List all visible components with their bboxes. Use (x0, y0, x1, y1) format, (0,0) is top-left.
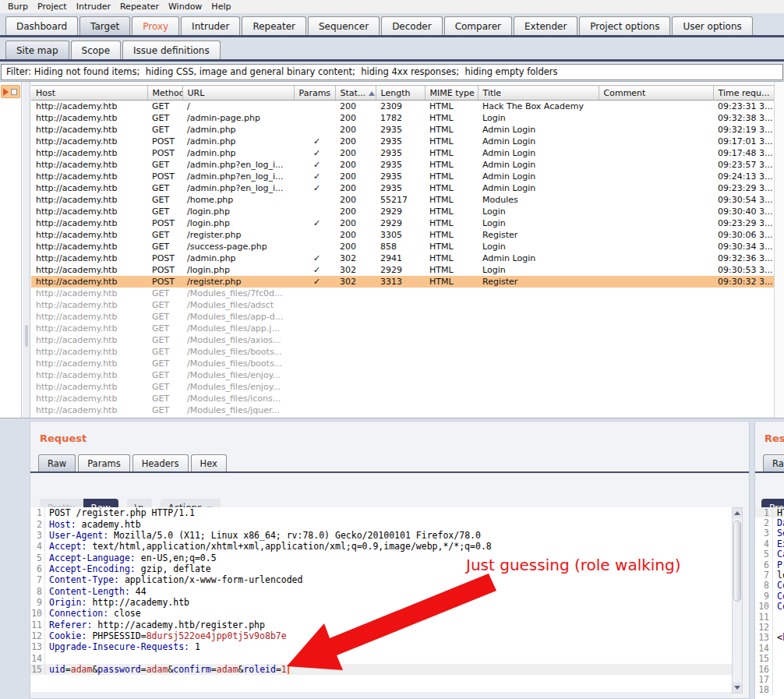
table-row[interactable]: http://academy.htbGET/admin-page.php2001… (31, 112, 774, 124)
table-row[interactable]: http://academy.htbGET/login.php2002929HT… (31, 206, 774, 217)
line-number: 1 (755, 507, 773, 518)
response-tab-raw[interactable]: Raw (763, 454, 784, 471)
table-row[interactable]: http://academy.htbGET/2002309HTMLHack Th… (31, 101, 774, 112)
scrollbar-thumb[interactable] (733, 521, 741, 602)
table-row[interactable]: http://academy.htbPOST/admin.php✓3022941… (31, 252, 774, 264)
request-tab-raw[interactable]: Raw (38, 454, 76, 471)
subtab-issue-definitions[interactable]: Issue definitions (122, 41, 221, 59)
tab-extender[interactable]: Extender (514, 16, 577, 35)
subtab-site-map[interactable]: Site map (5, 41, 69, 59)
table-row[interactable]: http://academy.htbGET/Modules_files/enjo… (31, 369, 774, 381)
table-row[interactable]: http://academy.htbGET/Modules_files/axio… (31, 334, 774, 346)
table-row[interactable]: http://academy.htbGET/admin.php?en_log_i… (31, 159, 774, 171)
cell-host: http://academy.htb (31, 217, 147, 229)
tab-sequencer[interactable]: Sequencer (308, 16, 380, 35)
table-row[interactable]: http://academy.htbGET/register.php200330… (31, 229, 774, 241)
cell-stat (335, 369, 376, 381)
table-row[interactable]: http://academy.htbPOST/admin.php✓2002935… (31, 147, 774, 159)
cell-mime-type (425, 404, 478, 416)
cell-mime-type (425, 288, 478, 299)
cell-stat (335, 393, 376, 404)
table-row[interactable]: http://academy.htbPOST/admin.php✓2002935… (31, 136, 774, 147)
code-text: uid=adam&password=adam&confirm=adam&role… (49, 664, 289, 675)
menu-item-burp[interactable]: Burp (3, 0, 33, 13)
cell-stat: 200 (335, 241, 376, 252)
splitter-thumb[interactable] (25, 325, 28, 347)
cell-title: Admin Login (478, 136, 599, 147)
column-header-stat[interactable]: Stat... (335, 86, 376, 101)
tab-target[interactable]: Target (79, 16, 130, 35)
table-row[interactable]: http://academy.htbPOST/admin.php?en_log_… (31, 171, 774, 182)
tree-node-selected[interactable] (1, 85, 20, 98)
request-tab-hex[interactable]: Hex (191, 454, 227, 471)
cell-comment (599, 311, 713, 323)
column-header-time-requ[interactable]: Time requ... (713, 86, 774, 101)
column-header-host[interactable]: Host (31, 86, 147, 101)
tree-table-splitter[interactable] (23, 82, 30, 418)
column-header-params[interactable]: Params (294, 86, 335, 101)
text-cursor (288, 665, 289, 674)
scroll-up-button[interactable] (733, 508, 742, 518)
cell-stat: 302 (335, 264, 376, 276)
request-tab-params[interactable]: Params (78, 454, 129, 471)
cell-host: http://academy.htb (31, 381, 147, 393)
table-row[interactable]: http://academy.htbGET/admin.php2002935HT… (31, 124, 774, 136)
table-row[interactable]: http://academy.htbGET/admin.php?en_log_i… (31, 182, 774, 194)
table-row[interactable]: http://academy.htbGET/Modules_files/boot… (31, 358, 774, 369)
menu-item-help[interactable]: Help (207, 0, 235, 13)
cell-method: GET (147, 229, 182, 241)
cell-url: /admin.php (182, 136, 294, 147)
column-header-url[interactable]: URL (182, 86, 294, 101)
menu-item-repeater[interactable]: Repeater (115, 0, 164, 13)
subtab-scope[interactable]: Scope (71, 41, 122, 59)
cell-mime-type (425, 334, 478, 346)
column-header-length[interactable]: Length (376, 86, 425, 101)
request-editor[interactable]: 1POST /register.php HTTP/1.12Host: acade… (30, 507, 732, 694)
request-scrollbar[interactable] (732, 507, 743, 694)
cell-host: http://academy.htb (31, 241, 147, 252)
column-header-title[interactable]: Title (478, 86, 599, 101)
table-row[interactable]: http://academy.htbPOST/register.php✓3023… (31, 276, 774, 288)
table-row[interactable]: http://academy.htbGET/home.php20055217HT… (31, 194, 774, 206)
code-line: 18 (755, 685, 784, 695)
response-viewer[interactable]: 1HT2Da3Se4Ex5Ca6Pr7lo8Co9Co10Co111213<h1… (755, 507, 784, 699)
column-header-comment[interactable]: Comment (599, 86, 713, 101)
menu-item-intruder[interactable]: Intruder (72, 0, 115, 13)
tab-decoder[interactable]: Decoder (381, 16, 443, 35)
tab-project-options[interactable]: Project options (579, 16, 670, 35)
table-row[interactable]: http://academy.htbPOST/login.php✓3022929… (31, 264, 774, 276)
table-row[interactable]: http://academy.htbGET/Modules_files/app.… (31, 323, 774, 334)
scroll-down-button[interactable] (733, 683, 742, 693)
cell-title (478, 404, 599, 416)
cell-mime-type (425, 358, 478, 369)
table-row[interactable]: http://academy.htbGET/Modules_files/7fc0… (31, 288, 774, 299)
cell-length (376, 299, 425, 311)
cell-title: Login (478, 206, 599, 217)
table-row[interactable]: http://academy.htbGET/success-page.php20… (31, 241, 774, 252)
table-row[interactable]: http://academy.htbGET/Modules_files/boot… (31, 346, 774, 358)
tab-proxy[interactable]: Proxy (132, 16, 179, 35)
request-hscroll-track[interactable] (30, 692, 732, 698)
table-row[interactable]: http://academy.htbGET/Modules_files/icon… (31, 393, 774, 404)
tab-intruder[interactable]: Intruder (181, 16, 240, 35)
table-row[interactable]: http://academy.htbGET/Modules_files/adsc… (31, 299, 774, 311)
cell-host: http://academy.htb (31, 311, 147, 323)
menu-item-project[interactable]: Project (33, 0, 72, 13)
column-header-method[interactable]: Method (147, 86, 182, 101)
tab-repeater[interactable]: Repeater (242, 16, 306, 35)
request-tab-headers[interactable]: Headers (132, 454, 189, 471)
table-scrollbar[interactable] (774, 82, 784, 418)
table-row[interactable]: http://academy.htbGET/Modules_files/jque… (31, 404, 774, 416)
column-header-mime-type[interactable]: MIME type (425, 86, 478, 101)
table-row[interactable]: http://academy.htbPOST/login.php✓2002929… (31, 217, 774, 229)
cell-url: /Modules_files/adsct (182, 299, 294, 311)
tab-user-options[interactable]: User options (672, 16, 752, 35)
cell-host: http://academy.htb (31, 358, 147, 369)
filter-bar[interactable]: Filter: Hiding not found items; hiding C… (1, 64, 783, 80)
table-row[interactable]: http://academy.htbGET/Modules_files/app-… (31, 311, 774, 323)
menu-item-window[interactable]: Window (164, 0, 207, 13)
cell-mime-type (425, 311, 478, 323)
tab-dashboard[interactable]: Dashboard (5, 16, 78, 35)
tab-comparer[interactable]: Comparer (444, 16, 512, 35)
table-row[interactable]: http://academy.htbGET/Modules_files/enjo… (31, 381, 774, 393)
